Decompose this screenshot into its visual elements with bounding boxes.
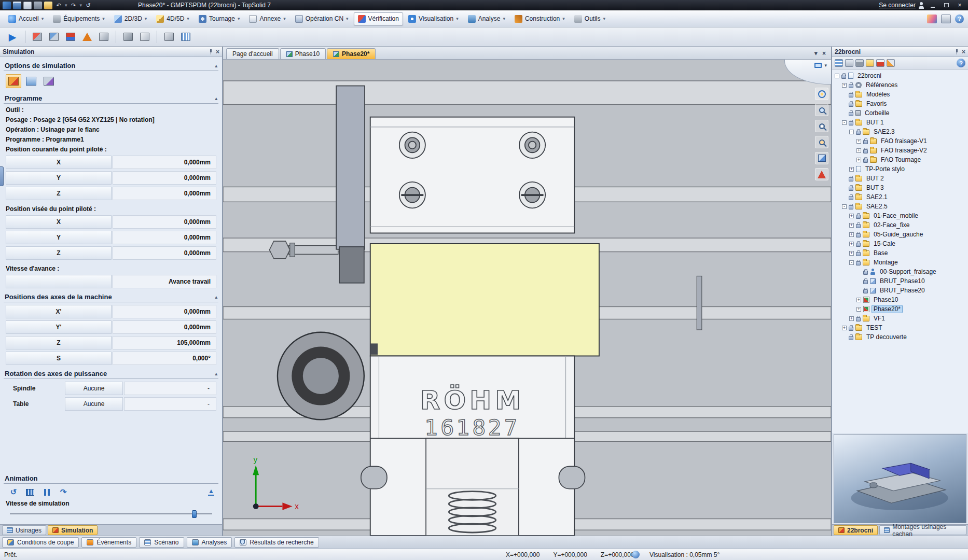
- tree-item[interactable]: 00-Support_fraisage: [832, 267, 968, 276]
- tab-page-accueil[interactable]: Page d'accueil: [226, 48, 279, 59]
- sort-icon[interactable]: [845, 59, 853, 67]
- tree-item[interactable]: 01-Face_mobile: [832, 211, 968, 220]
- chevron-down-icon[interactable]: ▾: [562, 16, 565, 21]
- tree-item[interactable]: 02-Face_fixe: [832, 220, 968, 230]
- tree-item[interactable]: SAE2.3: [832, 127, 968, 136]
- close-document-icon[interactable]: ×: [822, 50, 826, 57]
- tab-analyses[interactable]: Analyses: [187, 537, 232, 548]
- expand-box-icon[interactable]: [856, 158, 861, 162]
- tree-item[interactable]: FAO Tournage: [832, 155, 968, 164]
- tree-item[interactable]: TP-Porte stylo: [832, 164, 968, 174]
- display-options-icon[interactable]: [835, 59, 843, 67]
- expand-box-icon[interactable]: [856, 307, 861, 312]
- menu-tab-annexe[interactable]: Annexe▾: [245, 12, 289, 25]
- tree-item[interactable]: BUT 3: [832, 183, 968, 192]
- tree-item[interactable]: 22brocni: [832, 71, 968, 80]
- tab-conditions-de-coupe[interactable]: Conditions de coupe: [2, 537, 79, 548]
- collapse-box-icon[interactable]: [842, 204, 847, 209]
- zoom-window-icon[interactable]: [815, 120, 828, 132]
- rewind-icon[interactable]: ↺: [8, 487, 19, 497]
- zoom-in-icon[interactable]: [815, 104, 828, 116]
- tab-resultats-recherche[interactable]: Résultats de recherche: [234, 537, 319, 548]
- tab-22brocni[interactable]: 22brocni: [834, 525, 878, 535]
- menu-tab-accueil[interactable]: Accueil▾: [4, 12, 48, 25]
- zoom-out-icon[interactable]: [815, 136, 828, 148]
- tree-item[interactable]: TP decouverte: [832, 332, 968, 342]
- simulation-cone-icon[interactable]: [80, 30, 94, 44]
- user-icon[interactable]: [918, 2, 925, 9]
- chevron-down-icon[interactable]: ▾: [456, 16, 459, 21]
- screen-capture-icon[interactable]: [941, 15, 951, 23]
- tab-scenario[interactable]: Scénario: [139, 537, 184, 548]
- tree-item[interactable]: FAO fraisage-V2: [832, 146, 968, 155]
- play-simulation-button[interactable]: ▶: [5, 30, 20, 44]
- menu-tab-tournage[interactable]: Tournage▾: [195, 12, 244, 25]
- undo-menu-icon[interactable]: ▾: [65, 3, 67, 8]
- expand-box-icon[interactable]: [856, 298, 861, 302]
- detach-icon[interactable]: ▲: [208, 488, 214, 496]
- chevron-down-icon[interactable]: ▾: [503, 16, 505, 21]
- simulation-options-icon[interactable]: [6, 74, 21, 88]
- menu-tab-2d3d[interactable]: 2D/3D▾: [110, 12, 151, 25]
- tab-simulation[interactable]: Simulation: [48, 525, 98, 535]
- collapse-box-icon[interactable]: [849, 260, 854, 265]
- expand-box-icon[interactable]: [849, 242, 854, 246]
- measure-grid-icon[interactable]: [179, 30, 192, 44]
- pin-icon[interactable]: [209, 49, 213, 54]
- collapse-icon[interactable]: ▴: [215, 371, 217, 376]
- minimize-button[interactable]: [927, 1, 938, 9]
- tab-usinages[interactable]: Usinages: [2, 525, 46, 535]
- collapse-box-icon[interactable]: [835, 74, 839, 78]
- copy-icon[interactable]: [23, 2, 32, 9]
- undo-icon[interactable]: ↶: [54, 2, 63, 9]
- collapse-icon[interactable]: ▴: [215, 63, 217, 68]
- toolpath-verification-icon[interactable]: [47, 30, 61, 44]
- chevron-down-icon[interactable]: ▾: [283, 16, 286, 21]
- chevron-down-icon[interactable]: ▾: [187, 16, 189, 21]
- menu-tab-construction[interactable]: Construction▾: [510, 12, 569, 25]
- close-icon[interactable]: ×: [962, 49, 965, 55]
- menu-tab-analyse[interactable]: Analyse▾: [464, 12, 509, 25]
- tab-phase20[interactable]: Phase20*: [327, 48, 376, 59]
- chevron-down-icon[interactable]: ▾: [238, 16, 240, 21]
- tree-item[interactable]: SAE2.1: [832, 192, 968, 202]
- redo-menu-icon[interactable]: ▾: [80, 3, 82, 8]
- report-icon[interactable]: [97, 30, 110, 44]
- expand-box-icon[interactable]: [856, 139, 861, 144]
- tree-item[interactable]: Base: [832, 248, 968, 258]
- slider-handle[interactable]: [192, 510, 197, 518]
- refresh-icon[interactable]: ↺: [84, 2, 92, 9]
- preview-icon[interactable]: [44, 2, 52, 9]
- expand-box-icon[interactable]: [842, 83, 847, 88]
- isometric-view-icon[interactable]: [815, 152, 828, 164]
- chevron-down-icon[interactable]: ▾: [145, 16, 147, 21]
- redo-icon[interactable]: ↷: [70, 2, 78, 9]
- chevron-down-icon[interactable]: ▾: [346, 16, 349, 21]
- compare-icon[interactable]: [162, 30, 176, 44]
- tab-montages[interactable]: Montages usinages cachan: [879, 525, 966, 535]
- tree-item[interactable]: TEST: [832, 323, 968, 332]
- app-logo[interactable]: [3, 2, 11, 9]
- simulation-mode-icon[interactable]: [23, 74, 39, 88]
- step-frames-icon[interactable]: [24, 487, 36, 497]
- tree-item[interactable]: SAE2.5: [832, 202, 968, 211]
- expand-box-icon[interactable]: [849, 316, 854, 321]
- save-icon[interactable]: [13, 2, 21, 9]
- connect-link[interactable]: Se connecter: [879, 2, 916, 9]
- tab-evenements[interactable]: Événements: [81, 537, 136, 548]
- tree-item-selected[interactable]: Phase20*: [832, 304, 968, 314]
- chevron-down-icon[interactable]: ▾: [102, 16, 105, 21]
- render-style-icon[interactable]: [927, 15, 937, 23]
- filter-icon[interactable]: [855, 59, 864, 67]
- print-icon[interactable]: [34, 2, 42, 9]
- machined-part-icon[interactable]: [138, 30, 151, 44]
- expand-box-icon[interactable]: [856, 148, 861, 153]
- tree-item[interactable]: Corbeille: [832, 108, 968, 118]
- simulation-display-icon[interactable]: [41, 74, 57, 88]
- tree-item[interactable]: Favoris: [832, 99, 968, 108]
- menu-tab-outils[interactable]: Outils▾: [570, 12, 610, 25]
- tree-item[interactable]: VF1: [832, 314, 968, 323]
- tree-item[interactable]: BRUT_Phase10: [832, 276, 968, 286]
- tree-item[interactable]: BUT 2: [832, 174, 968, 183]
- close-icon[interactable]: ×: [216, 49, 219, 55]
